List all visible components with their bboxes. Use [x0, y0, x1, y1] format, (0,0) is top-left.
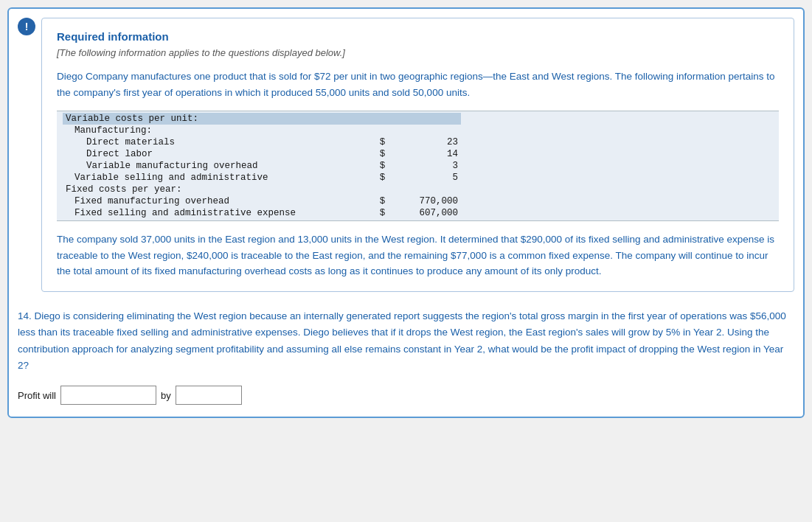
fixed-selling-value: 607,000: [388, 207, 461, 219]
profit-will-label: Profit will: [18, 390, 56, 401]
fixed-selling-label: Fixed selling and administrative expense: [63, 207, 372, 219]
table-row: Direct materials $ 23: [63, 136, 461, 148]
variable-mfg-dollar: $: [372, 160, 388, 172]
profit-direction-input[interactable]: [60, 386, 156, 405]
fixed-mfg-label: Fixed manufacturing overhead: [63, 195, 372, 207]
by-label: by: [161, 390, 171, 401]
required-info-section: Required information [The following info…: [41, 18, 794, 292]
main-container: ! Required information [The following in…: [7, 7, 805, 418]
direct-materials-label: Direct materials: [63, 136, 372, 148]
table-row: Fixed costs per year:: [63, 184, 461, 195]
fixed-costs-header: Fixed costs per year:: [63, 184, 372, 195]
variable-selling-value: 5: [388, 172, 461, 184]
table-row: Fixed selling and administrative expense…: [63, 207, 461, 219]
direct-labor-value: 14: [388, 148, 461, 160]
variable-mfg-label: Variable manufacturing overhead: [63, 160, 372, 172]
question-text: 14. Diego is considering eliminating the…: [18, 308, 794, 374]
table-row: Manufacturing:: [63, 125, 461, 136]
fixed-selling-dollar: $: [372, 207, 388, 219]
cost-table-wrapper: Variable costs per unit: Manufacturing: …: [57, 111, 779, 221]
question-section: 14. Diego is considering eliminating the…: [9, 301, 803, 417]
cost-table: Variable costs per unit: Manufacturing: …: [63, 113, 461, 219]
table-row: Variable manufacturing overhead $ 3: [63, 160, 461, 172]
direct-labor-dollar: $: [372, 148, 388, 160]
table-row: Variable costs per unit:: [63, 113, 461, 125]
question-number: 14.: [18, 310, 32, 321]
question-body: Diego is considering eliminating the Wes…: [18, 310, 786, 371]
fixed-mfg-value: 770,000: [388, 195, 461, 207]
variable-costs-header: Variable costs per unit:: [63, 113, 372, 125]
table-row: Direct labor $ 14: [63, 148, 461, 160]
fixed-mfg-dollar: $: [372, 195, 388, 207]
direct-materials-value: 23: [388, 136, 461, 148]
required-body: Diego Company manufactures one product t…: [57, 69, 779, 100]
table-row: Fixed manufacturing overhead $ 770,000: [63, 195, 461, 207]
variable-selling-label: Variable selling and administrative: [63, 172, 372, 184]
table-row: Variable selling and administrative $ 5: [63, 172, 461, 184]
direct-materials-dollar: $: [372, 136, 388, 148]
profit-amount-input[interactable]: [176, 386, 242, 405]
direct-labor-label: Direct labor: [63, 148, 372, 160]
variable-selling-dollar: $: [372, 172, 388, 184]
required-title: Required information: [57, 30, 779, 43]
variable-mfg-value: 3: [388, 160, 461, 172]
answer-row: Profit will by: [18, 386, 794, 405]
alert-icon: !: [18, 18, 35, 35]
required-subtitle: [The following information applies to th…: [57, 47, 779, 58]
manufacturing-header: Manufacturing:: [63, 125, 372, 136]
required-footer: The company sold 37,000 units in the Eas…: [57, 232, 779, 279]
